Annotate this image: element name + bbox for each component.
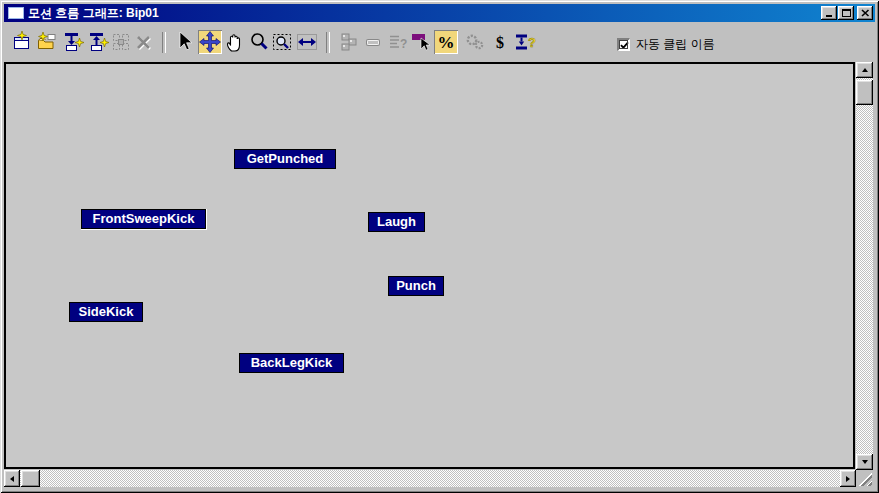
motion-flow-canvas[interactable]: GetPunchedFrontSweepKickLaughPunchSideKi… xyxy=(4,62,855,469)
horizontal-scroll-thumb[interactable] xyxy=(21,470,40,487)
vertical-scrollbar[interactable] xyxy=(856,62,873,470)
arrow-down-icon xyxy=(862,460,868,464)
clip-node-getpunched[interactable]: GetPunched xyxy=(234,149,336,169)
svg-text:?: ? xyxy=(400,37,407,51)
move-tool-button[interactable] xyxy=(198,30,222,54)
window-title: 모션 흐름 그래프: Bip01 xyxy=(28,4,159,22)
optimize-transition-icon xyxy=(109,30,133,54)
toolbar-separator xyxy=(326,32,330,53)
show-percentage-button[interactable]: % xyxy=(434,30,458,54)
horizontal-scrollbar[interactable] xyxy=(4,470,856,487)
clip-node-frontsweepkick[interactable]: FrontSweepKick xyxy=(81,209,206,229)
create-clip-icon xyxy=(60,30,84,54)
cubes-icon xyxy=(337,30,361,54)
select-arrow-icon xyxy=(172,30,196,54)
zoom-extents-horizontal-button[interactable] xyxy=(295,30,319,54)
clip-node-laugh[interactable]: Laugh xyxy=(368,212,425,232)
scroll-down-button[interactable] xyxy=(856,454,873,470)
create-transition-button[interactable] xyxy=(85,30,109,54)
delete-script-button xyxy=(361,30,385,54)
open-clip-button[interactable] xyxy=(35,30,59,54)
toolbar: 자동 클립 이름 ?%$? xyxy=(4,22,875,62)
define-script-button xyxy=(337,30,361,54)
clip-node-sidekick[interactable]: SideKick xyxy=(69,302,143,322)
optimize-transition-button xyxy=(109,30,133,54)
synthesize-button[interactable]: ? xyxy=(512,30,536,54)
vertical-scroll-thumb[interactable] xyxy=(856,80,873,105)
new-clip-icon xyxy=(10,30,34,54)
svg-text:%: % xyxy=(438,33,455,52)
check-icon xyxy=(620,41,629,50)
delete-x-icon xyxy=(131,30,155,54)
window-controls xyxy=(820,6,873,20)
new-clip-button[interactable] xyxy=(10,30,34,54)
svg-text:?: ? xyxy=(528,35,536,50)
pan-tool-button[interactable] xyxy=(223,30,247,54)
select-clip-icon xyxy=(408,30,432,54)
title-bar[interactable]: 모션 흐름 그래프: Bip01 xyxy=(4,4,875,22)
h-extents-icon xyxy=(295,30,319,54)
select-tool-button[interactable] xyxy=(172,30,196,54)
resize-grip[interactable] xyxy=(856,470,873,487)
arrow-right-icon xyxy=(846,476,850,482)
dollar-icon: $ xyxy=(488,30,512,54)
arrow-left-icon xyxy=(10,476,14,482)
auto-clip-name-group: 자동 클립 이름 xyxy=(617,36,715,53)
synthesize-icon: ? xyxy=(512,30,536,54)
check-list-icon: ? xyxy=(385,30,409,54)
gears-icon xyxy=(463,30,487,54)
percent-icon: % xyxy=(434,30,458,54)
delete-button xyxy=(131,30,155,54)
scroll-right-button[interactable] xyxy=(840,470,856,487)
check-clips-button: ? xyxy=(385,30,409,54)
zoom-region-icon xyxy=(270,30,294,54)
minimize-button[interactable] xyxy=(821,6,837,20)
create-transition-icon xyxy=(85,30,109,54)
window-icon xyxy=(8,7,24,19)
create-clip-button[interactable] xyxy=(60,30,84,54)
resize-grip-icon xyxy=(857,471,872,486)
magnifier-icon xyxy=(247,30,271,54)
arrow-up-icon xyxy=(862,68,868,72)
auto-clip-checkbox[interactable] xyxy=(617,38,630,51)
open-folder-icon xyxy=(35,30,59,54)
select-clip-mode-button[interactable] xyxy=(408,30,432,54)
show-cost-button[interactable]: $ xyxy=(488,30,512,54)
svg-text:$: $ xyxy=(496,34,504,51)
zoom-region-button[interactable] xyxy=(270,30,294,54)
clip-node-backlegkick[interactable]: BackLegKick xyxy=(239,353,344,373)
hand-icon xyxy=(223,30,247,54)
clip-node-punch[interactable]: Punch xyxy=(388,276,444,296)
move-icon xyxy=(198,30,222,54)
scroll-up-button[interactable] xyxy=(856,62,873,78)
scroll-left-button[interactable] xyxy=(4,470,20,487)
zoom-tool-button[interactable] xyxy=(247,30,271,54)
maximize-button[interactable] xyxy=(838,6,854,20)
random-percent-button xyxy=(463,30,487,54)
close-button[interactable] xyxy=(857,6,873,20)
rect-icon xyxy=(361,30,385,54)
auto-clip-label: 자동 클립 이름 xyxy=(636,36,715,53)
toolbar-separator xyxy=(162,32,166,53)
motion-flow-graph-window: 모션 흐름 그래프: Bip01 자동 클립 이름 ?%$? GetPunche… xyxy=(0,0,879,493)
